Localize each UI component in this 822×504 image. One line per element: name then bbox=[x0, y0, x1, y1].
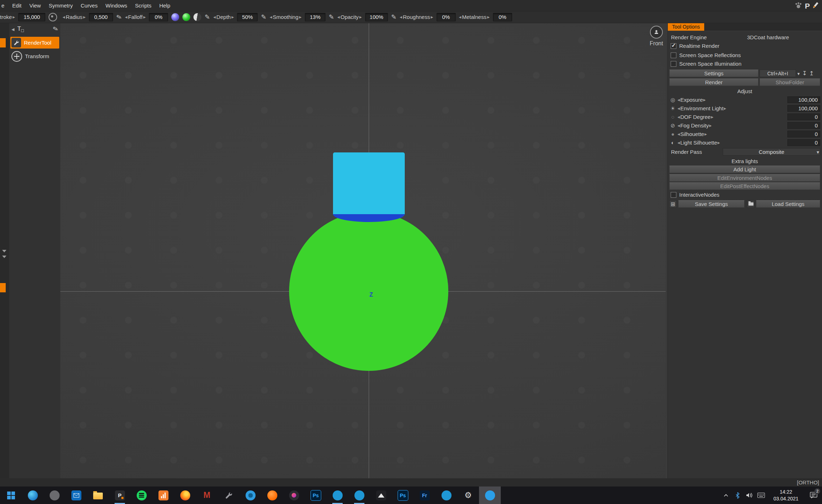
render-engine-value[interactable]: 3DCoat hardware bbox=[747, 34, 789, 40]
chevron-down-icon[interactable] bbox=[2, 256, 6, 258]
metalness-label[interactable]: Metalness bbox=[459, 14, 490, 20]
param-label[interactable]: Environment Light bbox=[677, 105, 726, 111]
menu-help[interactable]: Help bbox=[155, 2, 174, 9]
menu-file[interactable]: e bbox=[0, 2, 8, 9]
taskbar-3dcoat[interactable]: P bbox=[109, 487, 131, 504]
falloff-sphere-icon[interactable] bbox=[171, 13, 179, 21]
silhouette-value-input[interactable]: 0 bbox=[787, 131, 820, 137]
taskbar-photoshop-2[interactable]: Ps bbox=[392, 487, 414, 504]
view-gizmo[interactable]: Front bbox=[639, 26, 666, 47]
export-settings-icon[interactable] bbox=[802, 70, 807, 77]
edit-post-effect-nodes-button[interactable]: EditPostEffectNodes bbox=[669, 182, 820, 190]
import-settings-icon[interactable] bbox=[809, 70, 814, 77]
stroke-value-input[interactable]: 15,000 bbox=[18, 13, 45, 21]
pen-pressure-icon[interactable] bbox=[49, 13, 57, 21]
brush-icon[interactable] bbox=[115, 12, 122, 21]
interactive-nodes-checkbox[interactable] bbox=[671, 192, 676, 198]
opacity-value-input[interactable]: 100% bbox=[365, 13, 388, 21]
settings-shortcut[interactable]: Ctrl+Alt+I bbox=[760, 70, 796, 77]
taskbar-edge[interactable] bbox=[22, 487, 44, 504]
depth-value-input[interactable]: 50% bbox=[237, 13, 258, 21]
menu-edit[interactable]: Edit bbox=[8, 2, 25, 9]
save-settings-icon[interactable] bbox=[669, 200, 677, 208]
param-label[interactable]: Fog Density bbox=[677, 122, 712, 128]
taskbar-github[interactable] bbox=[44, 487, 65, 504]
param-label[interactable]: Silhouette bbox=[677, 131, 707, 137]
brush-icon[interactable] bbox=[52, 25, 59, 34]
taskbar-blue-app-active[interactable] bbox=[479, 487, 501, 504]
text-tool-icon[interactable]: T bbox=[17, 25, 24, 32]
show-folder-button[interactable]: ShowFolder bbox=[760, 79, 820, 86]
smoothing-value-input[interactable]: 13% bbox=[305, 13, 326, 21]
taskbar-fresco[interactable]: Fr bbox=[414, 487, 435, 504]
radius-value-input[interactable]: 0,500 bbox=[89, 13, 113, 21]
param-label[interactable]: DOF Degree bbox=[677, 114, 713, 120]
tray-chevron-up[interactable] bbox=[720, 487, 732, 504]
falloff-sphere-green-icon[interactable] bbox=[182, 13, 190, 21]
menu-windows[interactable]: Windows bbox=[101, 2, 131, 9]
folder-icon[interactable] bbox=[747, 200, 755, 208]
falloff-label[interactable]: Falloff bbox=[125, 14, 146, 20]
collapse-arrow-icon[interactable] bbox=[11, 26, 14, 32]
taskbar-music[interactable] bbox=[283, 487, 305, 504]
taskbar-settings[interactable]: ⚙ bbox=[457, 487, 479, 504]
light-silhouette-value-input[interactable]: 0 bbox=[787, 139, 820, 146]
depth-pen-icon[interactable] bbox=[205, 13, 210, 21]
screen-space-illumination-checkbox[interactable] bbox=[671, 61, 676, 67]
load-settings-button[interactable]: Load Settings bbox=[756, 200, 820, 208]
menu-view[interactable]: View bbox=[25, 2, 45, 9]
viewport-canvas[interactable]: Z Front bbox=[60, 23, 666, 478]
falloff-value-input[interactable]: 0% bbox=[149, 13, 168, 21]
taskbar-chrome[interactable] bbox=[239, 487, 261, 504]
camera-view-icon[interactable] bbox=[650, 26, 663, 39]
dof-degree-value-input[interactable]: 0 bbox=[787, 114, 820, 120]
screen-space-reflections-checkbox[interactable] bbox=[671, 52, 676, 58]
tray-bluetooth[interactable] bbox=[732, 487, 743, 504]
falloff-profile-icon[interactable] bbox=[193, 13, 201, 21]
taskbar-file-explorer[interactable] bbox=[87, 487, 109, 504]
realtime-render-checkbox[interactable] bbox=[671, 43, 676, 49]
chevron-down-icon[interactable] bbox=[2, 250, 6, 252]
action-center-button[interactable]: 2 bbox=[805, 487, 822, 504]
taskbar-photoshop[interactable]: Ps bbox=[305, 487, 327, 504]
render-pass-dropdown[interactable]: Composite bbox=[723, 148, 820, 156]
taskbar-analytics[interactable] bbox=[152, 487, 174, 504]
stroke-label[interactable]: troke bbox=[0, 14, 15, 20]
tool-transform[interactable]: Transform bbox=[10, 50, 59, 62]
dock-tab-orange-top[interactable] bbox=[0, 38, 6, 47]
environment-light-value-input[interactable]: 100,000 bbox=[787, 105, 820, 112]
taskbar-blue-app-1[interactable] bbox=[327, 487, 348, 504]
chevron-down-icon[interactable] bbox=[796, 70, 801, 76]
depth-label[interactable]: Depth bbox=[213, 14, 234, 20]
roughness-pen-icon[interactable] bbox=[391, 13, 397, 21]
fog-density-value-input[interactable]: 0 bbox=[787, 122, 820, 129]
smoothing-label[interactable]: Smoothing bbox=[269, 14, 302, 20]
exposure-value-input[interactable]: 100,000 bbox=[787, 96, 820, 103]
taskbar-orange-app[interactable] bbox=[261, 487, 283, 504]
param-label[interactable]: Light Silhouette bbox=[677, 140, 720, 146]
taskbar-utility[interactable] bbox=[218, 487, 239, 504]
taskbar-m-app[interactable]: M bbox=[196, 487, 218, 504]
dock-tab-orange-bottom[interactable] bbox=[0, 283, 6, 292]
roughness-value-input[interactable]: 0% bbox=[437, 13, 456, 21]
menu-symmetry[interactable]: Symmetry bbox=[45, 2, 77, 9]
taskbar-blue-app-2[interactable] bbox=[348, 487, 370, 504]
opacity-pen-icon[interactable] bbox=[329, 13, 334, 21]
settings-button[interactable]: Settings bbox=[669, 70, 758, 77]
radius-label[interactable]: Radius bbox=[62, 14, 86, 20]
tab-tool-options[interactable]: Tool Options bbox=[668, 22, 704, 31]
tray-keyboard[interactable] bbox=[755, 487, 767, 504]
menu-curves[interactable]: Curves bbox=[77, 2, 102, 9]
param-label[interactable]: Exposure bbox=[677, 97, 706, 103]
taskbar-clock[interactable]: 14:22 03.04.2021 bbox=[767, 489, 805, 502]
start-button[interactable] bbox=[0, 487, 22, 504]
tool-rendertool[interactable]: RenderTool bbox=[10, 37, 59, 49]
roughness-label[interactable]: Roughness bbox=[400, 14, 433, 20]
tray-volume[interactable] bbox=[743, 487, 755, 504]
edit-environment-nodes-button[interactable]: EditEnvironmentNodes bbox=[669, 174, 820, 182]
opacity-label[interactable]: Opacity bbox=[337, 14, 362, 20]
save-settings-button[interactable]: Save Settings bbox=[678, 200, 745, 208]
taskbar-photos[interactable] bbox=[370, 487, 392, 504]
taskbar-spotify[interactable] bbox=[131, 487, 152, 504]
metalness-value-input[interactable]: 0% bbox=[493, 13, 512, 21]
